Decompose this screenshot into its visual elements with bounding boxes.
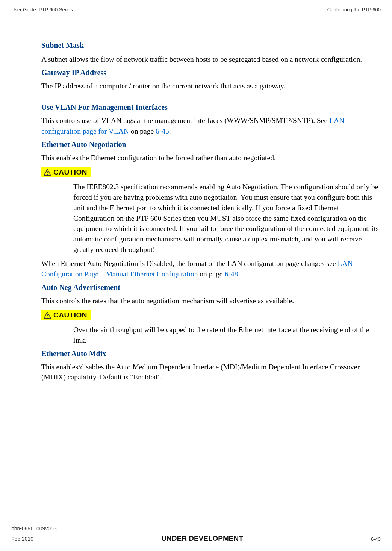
footer-row: Feb 2010 UNDER DEVELOPMENT 6-43 (11, 534, 381, 543)
gateway-heading: Gateway IP Address (41, 68, 381, 77)
vlan-body-post: . (169, 127, 171, 135)
eth-auto-neg-heading: Ethernet Auto Negotiation (41, 140, 381, 149)
caution-label: CAUTION (53, 168, 87, 176)
caution-box-2: CAUTION (41, 310, 91, 320)
eth-auto-mdix-body: This enables/disables the Auto Medium De… (41, 362, 381, 383)
gateway-body: The IP address of a computer / router on… (41, 81, 381, 91)
page-content: Subnet Mask A subnet allows the flow of … (41, 39, 381, 386)
header-right: Configuring the PTP 600 (327, 7, 381, 12)
vlan-body: This controls use of VLAN tags at the ma… (41, 115, 381, 136)
svg-point-3 (47, 317, 48, 318)
vlan-body-pre: This controls use of VLAN tags at the ma… (41, 117, 329, 124)
caution-triangle-icon (44, 169, 51, 176)
page-header: User Guide: PTP 600 Series Configuring t… (11, 7, 381, 12)
footer-status: UNDER DEVELOPMENT (161, 534, 243, 543)
footer-date: Feb 2010 (11, 536, 33, 542)
subnet-mask-heading: Subnet Mask (41, 41, 381, 50)
auto-neg-adv-caution-body: Over the air throughput will be capped t… (73, 325, 381, 345)
footer-doc-id: phn-0896_009v003 (11, 525, 381, 531)
eth-after-page-link[interactable]: 6-48 (224, 270, 238, 278)
vlan-body-mid: on page (129, 127, 156, 135)
caution-label-2: CAUTION (53, 311, 87, 319)
eth-auto-neg-after: When Ethernet Auto Negotiation is Disabl… (41, 258, 381, 279)
eth-auto-mdix-heading: Ethernet Auto Mdix (41, 349, 381, 358)
header-left: User Guide: PTP 600 Series (11, 7, 73, 12)
eth-after-post: . (238, 270, 240, 278)
page-footer: phn-0896_009v003 Feb 2010 UNDER DEVELOPM… (11, 525, 381, 543)
caution-box: CAUTION (41, 167, 91, 177)
auto-neg-adv-body: This controls the rates that the auto ne… (41, 296, 381, 306)
vlan-heading: Use VLAN For Management Interfaces (41, 103, 381, 112)
svg-point-1 (47, 174, 48, 175)
footer-page: 6-43 (371, 536, 381, 542)
auto-neg-adv-heading: Auto Neg Advertisement (41, 283, 381, 292)
caution-triangle-icon (44, 312, 51, 319)
eth-auto-neg-body: This enables the Ethernet configuration … (41, 153, 381, 163)
eth-auto-neg-caution-body: The IEEE802.3 specification recommends e… (73, 182, 381, 255)
subnet-mask-body: A subnet allows the flow of network traf… (41, 54, 381, 65)
eth-after-mid: on page (198, 270, 224, 278)
vlan-page-link[interactable]: 6-45 (156, 127, 169, 135)
eth-after-pre: When Ethernet Auto Negotiation is Disabl… (41, 260, 338, 267)
